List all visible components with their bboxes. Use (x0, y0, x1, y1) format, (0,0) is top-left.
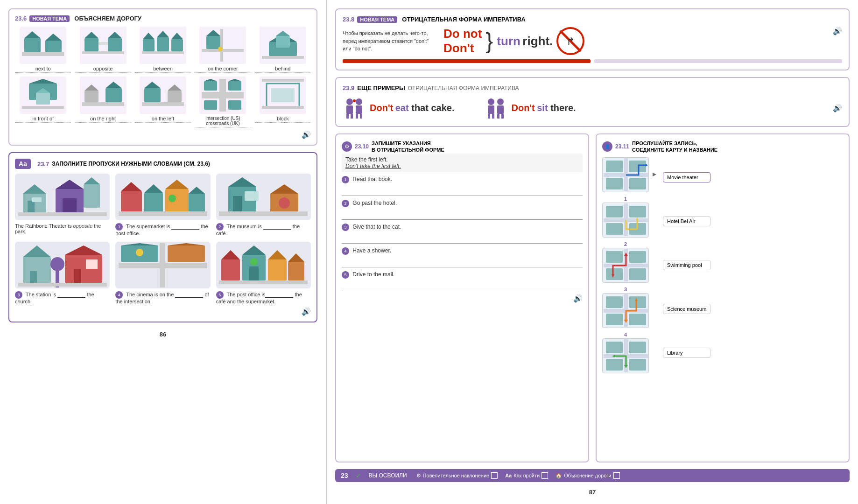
place-label-swimming-pool[interactable]: Swimming pool (663, 260, 710, 270)
section-23-9-title: ЕЩЕ ПРИМЕРЫ (357, 84, 405, 91)
map-row-4: 4 (602, 332, 658, 373)
sound-23-9[interactable]: 🔊 (833, 104, 842, 112)
svg-marker-12 (143, 33, 155, 39)
section-23-10: ⚙ 23.10 ЗАПИШИТЕ УКАЗАНИЯВ ОТРИЦАТЕЛЬНОЙ… (335, 133, 589, 462)
svg-rect-44 (219, 79, 226, 112)
svg-marker-39 (144, 82, 161, 88)
ex-sentence-5: 5 Drive to the mall. (342, 271, 583, 279)
svg-point-120 (346, 98, 353, 105)
place-label-science-museum[interactable]: Science museum (663, 304, 710, 314)
ex-item-3: 3 Give that to the cat. (342, 224, 583, 244)
svg-point-134 (497, 98, 504, 105)
map-row-0 (602, 157, 658, 192)
new-topic-badge-23-8: НОВАЯ ТЕМА (357, 16, 397, 23)
ex-item-2: 2 Go past the hotel. (342, 200, 583, 220)
example-1: Don't eat that cake. (343, 96, 454, 119)
section-23-11-number: 23.11 (615, 143, 629, 150)
aa-badge: Aa (15, 159, 31, 169)
opposite-image (80, 27, 127, 64)
exercise-img-5 (216, 242, 311, 288)
brace: } (485, 30, 493, 52)
blank-1[interactable] (171, 224, 199, 230)
vocab-on-the-corner: on the corner (195, 27, 251, 73)
svg-rect-9 (82, 51, 124, 54)
section-23-7-title: ЗАПОЛНИТЕ ПРОПУСКИ НУЖНЫМИ СЛОВАМИ (СМ. … (52, 161, 210, 167)
place-label-library[interactable]: Library (663, 348, 710, 358)
footer-item-2: Aa Как пройти (505, 472, 548, 479)
place-label-movie-theater[interactable]: Movie theater (663, 172, 710, 182)
blank-4[interactable] (175, 292, 203, 298)
head-icon: 👤 (602, 141, 612, 152)
sound-23-8[interactable]: 🔊 (833, 27, 842, 35)
dont-1: Don't (370, 103, 393, 113)
behind-image (260, 27, 306, 64)
footer-checkbox-2[interactable] (542, 472, 548, 479)
svg-rect-27 (262, 56, 304, 59)
input-2[interactable] (342, 210, 583, 220)
no-turn-sign: ↱ (556, 27, 584, 55)
footer-number: 23 (341, 472, 348, 479)
section-23-6-title: ОБЪЯСНЯЕМ ДОРОГУ (74, 15, 141, 22)
next-to-label: next to (15, 66, 71, 73)
svg-rect-30 (36, 93, 50, 105)
svg-marker-29 (29, 79, 57, 84)
intersection-image (199, 77, 246, 114)
footer-item-2-label: Как пройти (513, 473, 540, 478)
svg-rect-11 (143, 39, 155, 51)
svg-rect-35 (105, 88, 122, 102)
svg-rect-143 (606, 178, 623, 189)
footer-checkbox-3[interactable] (613, 472, 620, 479)
footer-text-main: ВЫ ОСВОИЛИ (369, 472, 407, 479)
svg-rect-178 (606, 359, 623, 371)
svg-rect-151 (629, 206, 646, 217)
svg-point-124 (356, 98, 362, 105)
svg-rect-5 (84, 38, 98, 51)
maps-column: 1 (602, 157, 658, 373)
exercise-item-2: 2 The museum is the café. (216, 174, 311, 236)
svg-rect-64 (84, 184, 100, 208)
example-box-23-10: Take the first left. Don't take the firs… (342, 154, 583, 172)
svg-rect-49 (204, 100, 217, 110)
sound-button-23-7[interactable]: 🔊 (302, 307, 311, 316)
input-4[interactable] (342, 258, 583, 267)
num-circle-5: 5 (342, 271, 349, 279)
ex-original: Take the first left. (345, 156, 579, 163)
blank-5[interactable] (265, 292, 293, 298)
footer-checkbox-1[interactable] (491, 472, 498, 479)
rest-1: that cake. (411, 103, 454, 113)
svg-point-91 (50, 257, 64, 271)
svg-rect-158 (606, 251, 623, 263)
svg-rect-144 (629, 178, 646, 189)
map-numbered-4: 4 (602, 332, 649, 373)
input-5[interactable] (342, 281, 583, 291)
new-topic-badge-23-6: НОВАЯ ТЕМА (29, 15, 70, 22)
place-label-hotel-bel-air[interactable]: Hotel Bel Air (663, 216, 710, 226)
map-item-1 (602, 203, 649, 238)
svg-rect-169 (606, 314, 623, 325)
do-not-content: Do not Don't } turn right. ↱ (443, 27, 584, 56)
block-image (260, 77, 306, 114)
num-circle-1: 1 (342, 176, 349, 183)
svg-rect-176 (606, 342, 623, 353)
input-1[interactable] (342, 186, 583, 196)
svg-rect-58 (28, 201, 35, 212)
gear-icon: ⚙ (342, 141, 352, 152)
blank-2[interactable] (263, 224, 291, 230)
page-number-left: 86 (8, 331, 317, 338)
svg-rect-0 (24, 38, 41, 52)
behind-label: behind (255, 66, 311, 73)
input-3[interactable] (342, 234, 583, 244)
intersection-label: intersection (US)crossroads (UK) (195, 116, 251, 127)
map-num-3: 3 (624, 287, 627, 292)
sound-button-23-10[interactable]: 🔊 (573, 294, 583, 303)
map-num-1: 1 (624, 196, 627, 202)
map-numbered-2: 2 (602, 241, 649, 283)
dont-2: Don't (511, 103, 534, 113)
blank-3[interactable] (57, 292, 85, 298)
num-3: 3 (15, 291, 22, 299)
section-23-8-title: ОТРИЦАТЕЛЬНАЯ ФОРМА ИМПЕРАТИВА (402, 16, 526, 23)
map-row-3: 3 (602, 287, 658, 328)
opposite-label: opposite (75, 66, 131, 73)
svg-point-129 (353, 99, 356, 102)
sound-button-23-6[interactable]: 🔊 (302, 130, 311, 139)
